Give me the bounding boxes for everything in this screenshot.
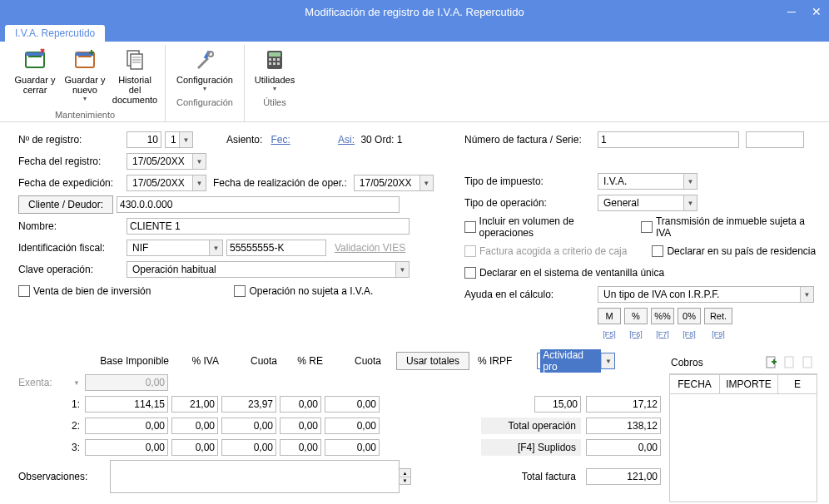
shortcut-f5[interactable]: [F5] [598, 330, 621, 338]
chk-transmision[interactable]: Transmisión de inmueble sujeta a IVA [641, 215, 817, 239]
num-factura-field[interactable] [598, 131, 739, 148]
cobros-edit-icon[interactable] [782, 355, 797, 370]
suplidos-field[interactable] [586, 439, 661, 456]
tipo-operacion-dropdown[interactable]: General▼ [598, 195, 697, 211]
row1-re[interactable] [280, 396, 321, 413]
row2-label: 2: [18, 420, 85, 432]
row2-re[interactable] [280, 418, 321, 434]
total-operacion-field[interactable] [586, 418, 661, 434]
cobros-add-icon[interactable] [764, 355, 779, 370]
col-base: Base Imponible [89, 355, 172, 367]
cobros-col-e[interactable]: E [778, 375, 817, 394]
asiento-asi-link[interactable]: Asi: 30 Ord: 1 [338, 134, 402, 146]
asiento-fec-link[interactable]: Fec: [271, 134, 290, 146]
ribbon-group-label: Configuración [176, 97, 233, 109]
cobros-delete-icon[interactable] [801, 355, 816, 370]
ribbon-group-config: Configuración ▾ Configuración [166, 45, 245, 121]
titlebar: Modificación de registro de I.V.A. Reper… [0, 0, 829, 23]
total-factura-field[interactable] [586, 468, 661, 485]
row1-cuota2[interactable] [325, 396, 380, 413]
svg-rect-14 [269, 52, 280, 57]
irpf-pct-field[interactable] [534, 396, 581, 413]
chk-op-no-sujeta[interactable]: Operación no sujeta a I.V.A. [234, 285, 373, 297]
observaciones-field[interactable] [110, 460, 400, 493]
save-close-icon [22, 47, 48, 73]
chk-incluir-volumen[interactable]: Incluir en volumen de operaciones [464, 215, 626, 239]
actividad-dropdown[interactable]: Actividad pro▼ [537, 353, 615, 369]
exenta-base [85, 374, 168, 391]
fecha-exped-field[interactable]: 17/05/20XX▼ [127, 175, 206, 191]
nregistro-field[interactable] [127, 131, 161, 148]
col-re: % RE [280, 355, 326, 367]
idfiscal-tipo-dropdown[interactable]: NIF▼ [127, 240, 223, 256]
validacion-vies-link: Validación VIES [335, 242, 405, 254]
cliente-deudor-button[interactable]: Cliente / Deudor: [18, 195, 113, 214]
config-button[interactable]: Configuración ▾ [172, 45, 237, 94]
row1-base[interactable] [85, 396, 168, 413]
col-iva: % IVA [172, 355, 222, 367]
utilities-button[interactable]: Utilidades ▾ [251, 45, 298, 94]
mini-btn-pct2[interactable]: %% [651, 308, 674, 324]
row1-cuota[interactable] [221, 396, 276, 413]
mini-btn-m[interactable]: M [598, 308, 621, 324]
suplidos-label: [F4] Suplidos [481, 439, 581, 456]
mini-btn-0pct[interactable]: 0% [678, 308, 701, 324]
row1-iva[interactable] [171, 396, 218, 413]
cliente-field[interactable] [117, 196, 400, 213]
ayuda-label: Ayuda en el cálculo: [464, 289, 598, 300]
save-close-button[interactable]: Guardar y cerrar [12, 45, 58, 106]
chevron-down-icon: ▾ [273, 85, 276, 92]
pct-irpf-label: % IRPF [478, 355, 512, 367]
chk-venta-inversion[interactable]: Venta de bien de inversión [18, 285, 151, 297]
row2-base[interactable] [85, 418, 168, 434]
cobros-col-fecha[interactable]: FECHA [670, 375, 720, 394]
ayuda-dropdown[interactable]: Un tipo de IVA con I.R.P.F.▼ [598, 286, 814, 303]
idfiscal-field[interactable] [226, 240, 326, 256]
cobros-col-importe[interactable]: IMPORTE [720, 375, 778, 394]
shortcut-f9[interactable]: [F9] [704, 330, 732, 338]
shortcut-f6[interactable]: [F6] [624, 330, 648, 338]
nombre-field[interactable] [127, 218, 410, 235]
fecha-registro-label: Fecha del registro: [18, 156, 127, 167]
col-cuota: Cuota [222, 355, 280, 367]
observaciones-spinner[interactable]: ▲▼ [400, 468, 411, 485]
usar-totales-button[interactable]: Usar totales [396, 352, 469, 370]
chk-declarar-pais[interactable]: Declarar en su país de residencia [652, 245, 816, 257]
cobros-body[interactable] [669, 394, 817, 502]
row3-cuota2[interactable] [325, 439, 380, 456]
row3-iva[interactable] [171, 439, 218, 456]
row3-re[interactable] [280, 439, 321, 456]
nregistro-label: Nº de registro: [18, 134, 127, 146]
minimize-button[interactable]: ─ [779, 0, 804, 23]
row2-cuota[interactable] [221, 418, 276, 434]
mini-btn-pct[interactable]: % [624, 308, 648, 324]
fecha-registro-field[interactable]: 17/05/20XX▼ [127, 153, 206, 170]
idfiscal-label: Identificación fiscal: [18, 242, 127, 254]
chk-ventanilla[interactable]: Declarar en el sistema de ventanilla úni… [464, 267, 664, 279]
asiento-block: Asiento: Fec: Asi: 30 Ord: 1 [226, 134, 402, 146]
shortcut-f7[interactable]: [F7] [651, 330, 674, 338]
irpf-val-field[interactable] [586, 396, 661, 413]
close-button[interactable]: ✕ [804, 0, 829, 23]
row3-base[interactable] [85, 439, 168, 456]
exenta-chevron-icon[interactable]: ▼ [73, 379, 85, 387]
tipo-impuesto-dropdown[interactable]: I.V.A.▼ [598, 173, 697, 190]
col-cuota2: Cuota [326, 355, 385, 367]
nregistro-serie-dropdown[interactable]: 1▼ [165, 131, 193, 148]
svg-rect-17 [277, 58, 280, 61]
row2-cuota2[interactable] [325, 418, 380, 434]
row3-cuota[interactable] [221, 439, 276, 456]
document-history-icon [122, 47, 148, 73]
clave-op-dropdown[interactable]: Operación habitual▼ [127, 261, 410, 278]
tab-iva-repercutido[interactable]: I.V.A. Repercutido [5, 25, 105, 42]
history-button[interactable]: Historial del documento [112, 45, 158, 106]
fecha-realiz-field[interactable]: 17/05/20XX▼ [354, 175, 434, 191]
fecha-realiz-label: Fecha de realización de oper.: [213, 177, 347, 189]
shortcut-f8[interactable]: [F8] [678, 330, 701, 338]
ribbon-group-mantenimiento: Guardar y cerrar Guardar y nuevo ▾ Histo… [5, 45, 166, 121]
clave-op-label: Clave operación: [18, 264, 127, 275]
save-new-button[interactable]: Guardar y nuevo ▾ [62, 45, 108, 106]
num-factura-serie-field[interactable] [746, 131, 804, 148]
mini-btn-ret[interactable]: Ret. [704, 308, 732, 324]
row2-iva[interactable] [171, 418, 218, 434]
